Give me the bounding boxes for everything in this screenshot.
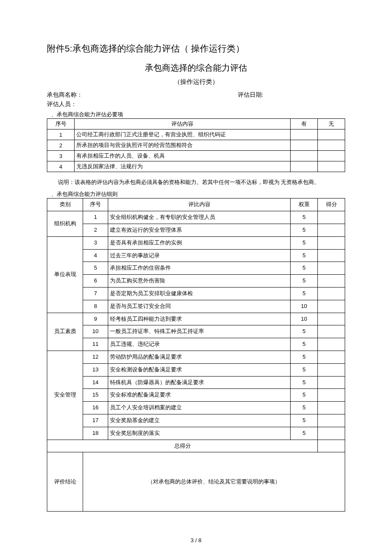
section2-label: 、承包商综合能力评估细则 [51, 190, 345, 198]
cell-item: 特殊机具（防爆器具）的配备满足要求 [108, 376, 291, 389]
cell-weight: 10 [291, 300, 318, 313]
cell-score[interactable] [318, 262, 345, 275]
cell-index: 6 [83, 275, 108, 288]
table-row: 4无违反国家法律、法规行为 [47, 161, 345, 172]
cell-item: 是否具有承担相应工作的实例 [108, 236, 291, 249]
cell-weight: 5 [291, 287, 318, 300]
table-row: 4过去三年的事故记录5 [47, 249, 345, 262]
cell-score[interactable] [318, 236, 345, 249]
cell-score[interactable] [318, 313, 345, 325]
table-row: 8是否与员工签订安全合同10 [47, 300, 345, 313]
cell-score[interactable] [318, 325, 345, 338]
meta-row-2: 评估人员： [47, 101, 345, 108]
table-row: 员工素质9经考核员工四种能力达到要求10 [47, 313, 345, 325]
cell-index: 14 [83, 376, 108, 389]
col-score: 得分 [318, 198, 345, 211]
cell-no[interactable] [318, 140, 345, 151]
cell-weight: 10 [291, 313, 318, 325]
table-row: 16员工个人安全培训档案的建立5 [47, 402, 345, 414]
cell-score[interactable] [318, 402, 345, 414]
conclusion-label: 评价结论 [47, 452, 83, 512]
cell-item: 劳动防护用品的配备满足要求 [108, 351, 291, 363]
table-row: 14特殊机具（防爆器具）的配备满足要求5 [47, 376, 345, 389]
cell-index: 16 [83, 402, 108, 414]
cell-weight: 5 [291, 338, 318, 351]
cell-score[interactable] [318, 427, 345, 440]
cell-yes[interactable] [291, 140, 318, 151]
cell-item: 安全检测设备的配备满足要求 [108, 363, 291, 376]
cell-index: 5 [83, 262, 108, 275]
cell-weight: 5 [291, 389, 318, 402]
note: 说明：该表格的评估内容为承包商必须具备的资格和能力。若其中任何一项不达标，即视为… [47, 177, 345, 187]
cell-score[interactable] [318, 300, 345, 313]
heading1-rest: 承包商选择的综合能力评估（ 操作运行类） [72, 43, 245, 54]
col-content: 评估内容 [75, 119, 291, 129]
doc-title: 承包商选择的综合能力评估 [47, 62, 345, 74]
cell-item: 是否与员工签订安全合同 [108, 300, 291, 313]
table-row: 7是否定期为员工安排职业健康体检5 [47, 287, 345, 300]
cell-weight: 5 [291, 236, 318, 249]
cell-score[interactable] [318, 249, 345, 262]
cell-seq: 2 [47, 140, 75, 151]
page-footer: 3 / 8 [47, 537, 345, 543]
heading1-num: 5: [65, 43, 72, 53]
cell-category: 安全管理 [47, 351, 83, 440]
total-row: 总得分 [47, 440, 345, 452]
cell-score[interactable] [318, 389, 345, 402]
section1-label: 、承包商综合能力评估必要项 [51, 111, 345, 118]
cell-no[interactable] [318, 151, 345, 161]
cell-index: 15 [83, 389, 108, 402]
cell-yes[interactable] [291, 161, 318, 172]
cell-score[interactable] [318, 338, 345, 351]
cell-score[interactable] [318, 363, 345, 376]
col-category: 类别 [47, 198, 83, 211]
cell-weight: 5 [291, 351, 318, 363]
cell-item: 承担相应工作的住宿条件 [108, 262, 291, 275]
cell-seq: 3 [47, 151, 75, 161]
cell-weight: 5 [291, 249, 318, 262]
cell-item: 安全标准的配备满足要求 [108, 389, 291, 402]
cell-weight: 5 [291, 402, 318, 414]
cell-content: 无违反国家法律、法规行为 [75, 161, 291, 172]
total-score[interactable] [318, 440, 345, 452]
cell-index: 4 [83, 249, 108, 262]
cell-yes[interactable] [291, 151, 318, 161]
cell-yes[interactable] [291, 129, 318, 140]
cell-weight: 5 [291, 325, 318, 338]
table-row: 单位表现3是否具有承担相应工作的实例5 [47, 236, 345, 249]
table-row: 2所承担的项目与营业执照许可的经营范围相符合 [47, 140, 345, 151]
cell-index: 12 [83, 351, 108, 363]
cell-score[interactable] [318, 287, 345, 300]
col-seq: 序号 [47, 119, 75, 129]
table-row: 2建立有效运行的安全管理体系5 [47, 224, 345, 236]
col-no: 无 [318, 119, 345, 129]
cell-seq: 1 [47, 129, 75, 140]
cell-weight: 5 [291, 224, 318, 236]
cell-weight: 5 [291, 414, 318, 427]
table-row: 18安全奖惩制度的落实5 [47, 427, 345, 440]
staff-label: 评估人员： [47, 101, 77, 108]
cell-no[interactable] [318, 129, 345, 140]
cell-no[interactable] [318, 161, 345, 172]
cell-index: 13 [83, 363, 108, 376]
table-header-row: 序号 评估内容 有 无 [47, 119, 345, 129]
cell-score[interactable] [318, 224, 345, 236]
cell-item: 过去三年的事故记录 [108, 249, 291, 262]
cell-score[interactable] [318, 376, 345, 389]
table-row: 10一般员工持证率、特殊工种员工持证率5 [47, 325, 345, 338]
cell-item: 安全奖惩制度的落实 [108, 427, 291, 440]
cell-score[interactable] [318, 211, 345, 224]
table-row: 组织机构1安全组织机构健全，有专职的安全管理人员5 [47, 211, 345, 224]
table-row: 5承担相应工作的住宿条件5 [47, 262, 345, 275]
cell-score[interactable] [318, 414, 345, 427]
doc-subtitle: （操作运行类） [47, 78, 345, 86]
cell-item: 是否定期为员工安排职业健康体检 [108, 287, 291, 300]
cell-score[interactable] [318, 275, 345, 288]
cell-score[interactable] [318, 351, 345, 363]
cell-item: 一般员工持证率、特殊工种员工持证率 [108, 325, 291, 338]
conclusion-body[interactable]: （对承包商的总体评价、结论及其它需要说明的事项） [83, 452, 345, 512]
cell-content: 公司经工商行政部门正式注册登记，有营业执照、组织代码证 [75, 129, 291, 140]
cell-weight: 5 [291, 363, 318, 376]
cell-item: 安全奖励基金的建立 [108, 414, 291, 427]
cell-weight: 5 [291, 275, 318, 288]
